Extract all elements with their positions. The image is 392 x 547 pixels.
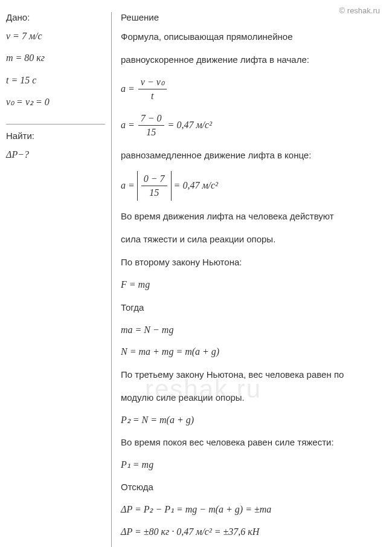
formula: a = 0 − 7 15 = 0,47 м/с² <box>121 171 386 201</box>
rhs: = 0,47 м/с² <box>174 180 218 190</box>
solution-text: модулю силе реакции опоры. <box>121 390 386 405</box>
numerator: 0 − 7 <box>141 172 167 186</box>
solution-text: Во время движения лифта на человека дейс… <box>121 209 386 224</box>
formula: F = mg <box>121 278 386 291</box>
formula: P₁ = mg <box>121 458 386 471</box>
solution-text: равноускоренное движение лифта в начале: <box>121 53 386 67</box>
solution-column: Решение Формула, описывающая прямолинейн… <box>112 12 386 547</box>
watermark-top: © reshak.ru <box>339 6 380 15</box>
lhs: a = <box>121 83 135 94</box>
denominator: 15 <box>141 186 167 199</box>
formula: P₂ = N = m(a + g) <box>121 413 386 427</box>
fraction: v − v₀ t <box>138 76 167 103</box>
numerator: v − v₀ <box>138 76 167 89</box>
given-line: m = 80 кг <box>6 51 105 65</box>
denominator: t <box>138 89 167 103</box>
solution-text: Тогда <box>121 300 386 315</box>
given-line: v₀ = v₂ = 0 <box>6 95 105 109</box>
solution-text: сила тяжести и сила реакции опоры. <box>121 232 386 247</box>
solution-text: равнозамедленное движение лифта в конце: <box>121 148 386 163</box>
formula: ma = N − mg <box>121 323 386 337</box>
solution-text: Во время покоя вес человека равен силе т… <box>121 435 386 450</box>
solution-text: Отсюда <box>121 480 386 494</box>
denominator: 15 <box>138 126 164 139</box>
rhs: = 0,47 м/с² <box>168 119 212 129</box>
solution-text: Формула, описывающая прямолинейное <box>121 30 386 44</box>
absolute-value: 0 − 7 15 <box>137 171 172 201</box>
formula: ΔP = P₂ − P₁ = mg − m(a + g) = ±ma <box>121 503 386 516</box>
lhs: a = <box>121 119 135 129</box>
lhs: a = <box>121 180 135 190</box>
formula: N = ma + mg = m(a + g) <box>121 345 386 358</box>
given-column: Дано: v = 7 м/с m = 80 кг t = 15 с v₀ = … <box>6 12 112 547</box>
find-title: Найти: <box>6 131 105 141</box>
fraction: 0 − 7 15 <box>141 172 167 200</box>
solution-container: Дано: v = 7 м/с m = 80 кг t = 15 с v₀ = … <box>0 0 392 547</box>
formula: ΔP = ±80 кг · 0,47 м/с² = ±37,6 кН <box>121 525 386 539</box>
solution-text: По третьему закону Ньютона, вес человека… <box>121 367 386 382</box>
given-line: t = 15 с <box>6 74 105 87</box>
given-title: Дано: <box>6 12 105 22</box>
given-line: v = 7 м/с <box>6 30 105 43</box>
formula: a = 7 − 0 15 = 0,47 м/с² <box>121 112 386 140</box>
formula: a = v − v₀ t <box>121 76 386 103</box>
numerator: 7 − 0 <box>138 112 164 126</box>
solution-text: По второму закону Ньютона: <box>121 255 386 270</box>
fraction: 7 − 0 15 <box>138 112 164 140</box>
find-line: ΔP−? <box>6 148 105 161</box>
